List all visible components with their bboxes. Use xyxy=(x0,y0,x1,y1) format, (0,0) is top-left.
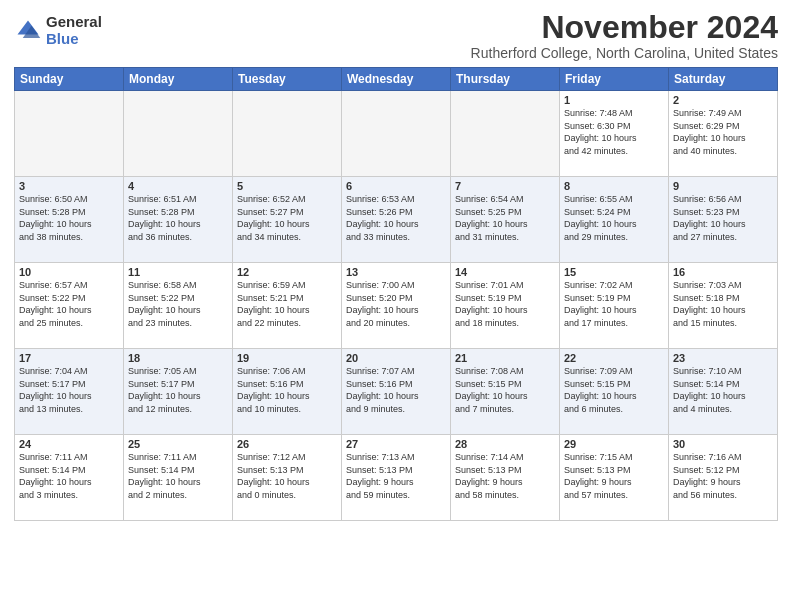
calendar-cell: 15Sunrise: 7:02 AM Sunset: 5:19 PM Dayli… xyxy=(560,263,669,349)
day-info: Sunrise: 7:49 AM Sunset: 6:29 PM Dayligh… xyxy=(673,107,773,157)
weekday-header-monday: Monday xyxy=(124,68,233,91)
week-row-5: 24Sunrise: 7:11 AM Sunset: 5:14 PM Dayli… xyxy=(15,435,778,521)
day-info: Sunrise: 6:58 AM Sunset: 5:22 PM Dayligh… xyxy=(128,279,228,329)
calendar-cell: 10Sunrise: 6:57 AM Sunset: 5:22 PM Dayli… xyxy=(15,263,124,349)
day-info: Sunrise: 7:16 AM Sunset: 5:12 PM Dayligh… xyxy=(673,451,773,501)
day-info: Sunrise: 6:56 AM Sunset: 5:23 PM Dayligh… xyxy=(673,193,773,243)
day-info: Sunrise: 7:12 AM Sunset: 5:13 PM Dayligh… xyxy=(237,451,337,501)
day-info: Sunrise: 6:59 AM Sunset: 5:21 PM Dayligh… xyxy=(237,279,337,329)
day-info: Sunrise: 7:03 AM Sunset: 5:18 PM Dayligh… xyxy=(673,279,773,329)
day-number: 5 xyxy=(237,180,337,192)
day-number: 11 xyxy=(128,266,228,278)
day-number: 4 xyxy=(128,180,228,192)
day-number: 6 xyxy=(346,180,446,192)
calendar-cell: 24Sunrise: 7:11 AM Sunset: 5:14 PM Dayli… xyxy=(15,435,124,521)
weekday-header-tuesday: Tuesday xyxy=(233,68,342,91)
day-number: 24 xyxy=(19,438,119,450)
day-number: 9 xyxy=(673,180,773,192)
day-info: Sunrise: 7:07 AM Sunset: 5:16 PM Dayligh… xyxy=(346,365,446,415)
day-number: 2 xyxy=(673,94,773,106)
week-row-3: 10Sunrise: 6:57 AM Sunset: 5:22 PM Dayli… xyxy=(15,263,778,349)
calendar-cell: 17Sunrise: 7:04 AM Sunset: 5:17 PM Dayli… xyxy=(15,349,124,435)
calendar-cell: 27Sunrise: 7:13 AM Sunset: 5:13 PM Dayli… xyxy=(342,435,451,521)
calendar-cell: 9Sunrise: 6:56 AM Sunset: 5:23 PM Daylig… xyxy=(669,177,778,263)
day-info: Sunrise: 7:09 AM Sunset: 5:15 PM Dayligh… xyxy=(564,365,664,415)
calendar-cell: 2Sunrise: 7:49 AM Sunset: 6:29 PM Daylig… xyxy=(669,91,778,177)
day-number: 19 xyxy=(237,352,337,364)
calendar-cell: 16Sunrise: 7:03 AM Sunset: 5:18 PM Dayli… xyxy=(669,263,778,349)
day-info: Sunrise: 7:05 AM Sunset: 5:17 PM Dayligh… xyxy=(128,365,228,415)
day-number: 29 xyxy=(564,438,664,450)
week-row-2: 3Sunrise: 6:50 AM Sunset: 5:28 PM Daylig… xyxy=(15,177,778,263)
calendar-cell xyxy=(124,91,233,177)
day-number: 1 xyxy=(564,94,664,106)
day-number: 15 xyxy=(564,266,664,278)
day-info: Sunrise: 7:13 AM Sunset: 5:13 PM Dayligh… xyxy=(346,451,446,501)
day-info: Sunrise: 7:06 AM Sunset: 5:16 PM Dayligh… xyxy=(237,365,337,415)
day-number: 18 xyxy=(128,352,228,364)
day-info: Sunrise: 7:04 AM Sunset: 5:17 PM Dayligh… xyxy=(19,365,119,415)
calendar-cell: 26Sunrise: 7:12 AM Sunset: 5:13 PM Dayli… xyxy=(233,435,342,521)
title-block: November 2024 Rutherford College, North … xyxy=(471,10,778,61)
week-row-4: 17Sunrise: 7:04 AM Sunset: 5:17 PM Dayli… xyxy=(15,349,778,435)
day-number: 28 xyxy=(455,438,555,450)
day-number: 17 xyxy=(19,352,119,364)
day-info: Sunrise: 7:01 AM Sunset: 5:19 PM Dayligh… xyxy=(455,279,555,329)
weekday-header-row: SundayMondayTuesdayWednesdayThursdayFrid… xyxy=(15,68,778,91)
logo-icon xyxy=(14,17,42,45)
day-number: 12 xyxy=(237,266,337,278)
day-number: 27 xyxy=(346,438,446,450)
logo-text: General Blue xyxy=(46,14,102,47)
day-info: Sunrise: 6:53 AM Sunset: 5:26 PM Dayligh… xyxy=(346,193,446,243)
calendar-cell: 1Sunrise: 7:48 AM Sunset: 6:30 PM Daylig… xyxy=(560,91,669,177)
day-number: 14 xyxy=(455,266,555,278)
day-number: 8 xyxy=(564,180,664,192)
day-info: Sunrise: 7:02 AM Sunset: 5:19 PM Dayligh… xyxy=(564,279,664,329)
day-info: Sunrise: 7:10 AM Sunset: 5:14 PM Dayligh… xyxy=(673,365,773,415)
day-number: 21 xyxy=(455,352,555,364)
weekday-header-saturday: Saturday xyxy=(669,68,778,91)
calendar-cell xyxy=(342,91,451,177)
calendar-cell: 11Sunrise: 6:58 AM Sunset: 5:22 PM Dayli… xyxy=(124,263,233,349)
calendar: SundayMondayTuesdayWednesdayThursdayFrid… xyxy=(14,67,778,521)
calendar-cell: 14Sunrise: 7:01 AM Sunset: 5:19 PM Dayli… xyxy=(451,263,560,349)
weekday-header-sunday: Sunday xyxy=(15,68,124,91)
calendar-cell: 4Sunrise: 6:51 AM Sunset: 5:28 PM Daylig… xyxy=(124,177,233,263)
weekday-header-friday: Friday xyxy=(560,68,669,91)
day-number: 26 xyxy=(237,438,337,450)
header: General Blue November 2024 Rutherford Co… xyxy=(14,10,778,61)
day-number: 30 xyxy=(673,438,773,450)
day-info: Sunrise: 6:51 AM Sunset: 5:28 PM Dayligh… xyxy=(128,193,228,243)
day-info: Sunrise: 7:48 AM Sunset: 6:30 PM Dayligh… xyxy=(564,107,664,157)
day-info: Sunrise: 7:00 AM Sunset: 5:20 PM Dayligh… xyxy=(346,279,446,329)
calendar-cell: 8Sunrise: 6:55 AM Sunset: 5:24 PM Daylig… xyxy=(560,177,669,263)
calendar-cell: 18Sunrise: 7:05 AM Sunset: 5:17 PM Dayli… xyxy=(124,349,233,435)
day-number: 22 xyxy=(564,352,664,364)
logo-blue: Blue xyxy=(46,31,102,48)
weekday-header-wednesday: Wednesday xyxy=(342,68,451,91)
day-info: Sunrise: 6:54 AM Sunset: 5:25 PM Dayligh… xyxy=(455,193,555,243)
day-info: Sunrise: 7:14 AM Sunset: 5:13 PM Dayligh… xyxy=(455,451,555,501)
calendar-cell xyxy=(233,91,342,177)
calendar-cell: 13Sunrise: 7:00 AM Sunset: 5:20 PM Dayli… xyxy=(342,263,451,349)
weekday-header-thursday: Thursday xyxy=(451,68,560,91)
calendar-cell: 23Sunrise: 7:10 AM Sunset: 5:14 PM Dayli… xyxy=(669,349,778,435)
day-info: Sunrise: 6:55 AM Sunset: 5:24 PM Dayligh… xyxy=(564,193,664,243)
day-number: 3 xyxy=(19,180,119,192)
calendar-cell: 21Sunrise: 7:08 AM Sunset: 5:15 PM Dayli… xyxy=(451,349,560,435)
day-info: Sunrise: 6:57 AM Sunset: 5:22 PM Dayligh… xyxy=(19,279,119,329)
day-number: 16 xyxy=(673,266,773,278)
day-number: 23 xyxy=(673,352,773,364)
week-row-1: 1Sunrise: 7:48 AM Sunset: 6:30 PM Daylig… xyxy=(15,91,778,177)
day-info: Sunrise: 7:08 AM Sunset: 5:15 PM Dayligh… xyxy=(455,365,555,415)
calendar-cell: 25Sunrise: 7:11 AM Sunset: 5:14 PM Dayli… xyxy=(124,435,233,521)
day-info: Sunrise: 6:50 AM Sunset: 5:28 PM Dayligh… xyxy=(19,193,119,243)
calendar-cell: 6Sunrise: 6:53 AM Sunset: 5:26 PM Daylig… xyxy=(342,177,451,263)
day-number: 7 xyxy=(455,180,555,192)
calendar-cell: 7Sunrise: 6:54 AM Sunset: 5:25 PM Daylig… xyxy=(451,177,560,263)
day-info: Sunrise: 7:11 AM Sunset: 5:14 PM Dayligh… xyxy=(128,451,228,501)
calendar-cell xyxy=(451,91,560,177)
calendar-cell: 19Sunrise: 7:06 AM Sunset: 5:16 PM Dayli… xyxy=(233,349,342,435)
calendar-cell: 3Sunrise: 6:50 AM Sunset: 5:28 PM Daylig… xyxy=(15,177,124,263)
calendar-cell: 29Sunrise: 7:15 AM Sunset: 5:13 PM Dayli… xyxy=(560,435,669,521)
